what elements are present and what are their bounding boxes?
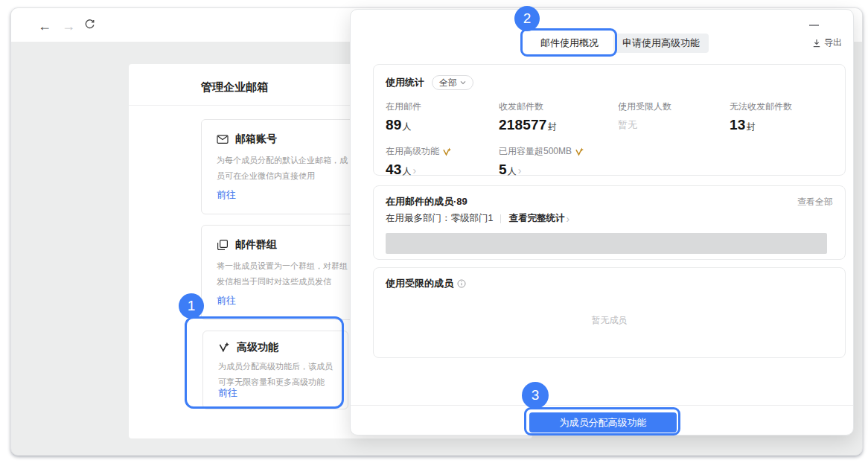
stat-unable-mail-count: 无法收发邮件数 13 封 xyxy=(730,100,833,134)
chevron-down-icon xyxy=(460,80,466,85)
stat-label: 无法收发邮件数 xyxy=(730,100,833,113)
tab-apply-premium[interactable]: 申请使用高级功能 xyxy=(613,34,709,53)
active-members-card: 在用邮件的成员·89 查看全部 在用最多部门： 零级部门1 查看完整统计 › xyxy=(373,185,846,260)
stat-label: 使用受限人数 xyxy=(618,100,730,113)
goto-link-mail-account[interactable]: 前往 xyxy=(217,188,236,202)
vertical-divider xyxy=(500,214,501,223)
back-button[interactable]: ← xyxy=(36,18,53,34)
stat-value: 13 xyxy=(730,116,746,134)
stat-unit: 人 xyxy=(403,165,412,178)
premium-icon xyxy=(442,147,451,156)
card-desc: 为每个成员分配的默认企业邮箱，成员可在企业微信内直接使用 xyxy=(217,153,348,184)
chevron-right-icon: › xyxy=(566,214,569,224)
step-badge-3: 3 xyxy=(522,382,549,409)
stat-value: 暂无 xyxy=(618,116,637,134)
screenshot-stage: ← → 管理企业邮箱 xyxy=(0,0,868,469)
stat-label-text: 在用高级功能 xyxy=(386,145,439,158)
export-label: 导出 xyxy=(824,36,842,49)
mail-icon xyxy=(217,133,229,145)
card-desc: 将一批成员设置为一个群组，对群组发信相当于同时对这些成员发信 xyxy=(217,258,348,290)
export-button[interactable]: 导出 xyxy=(812,36,842,49)
stat-label: 已用容量超500MB xyxy=(499,145,618,158)
annotation-box-step2 xyxy=(520,28,617,57)
stat-label: 收发邮件数 xyxy=(499,100,618,113)
stat-active-mail: 在用邮件 89 人 xyxy=(386,100,499,134)
stat-premium-active: 在用高级功能 43 人 › xyxy=(386,145,499,179)
stats-title: 使用统计 xyxy=(386,76,424,89)
filter-label: 全部 xyxy=(439,77,457,89)
stat-value: 218577 xyxy=(499,116,547,134)
chevron-right-icon: › xyxy=(518,165,522,176)
stat-restricted-count: 使用受限人数 暂无 xyxy=(618,100,730,134)
stat-label-text: 已用容量超500MB xyxy=(499,145,572,158)
premium-icon xyxy=(575,147,584,156)
restricted-members-card: 使用受限的成员 暂无成员 xyxy=(373,267,846,358)
scope-filter-dropdown[interactable]: 全部 xyxy=(432,75,473,90)
empty-members-text: 暂无成员 xyxy=(374,314,845,327)
annotation-box-step3 xyxy=(524,407,680,436)
top-dept-name: 零级部门1 xyxy=(451,212,494,225)
restricted-title: 使用受限的成员 xyxy=(386,277,453,290)
stat-unit: 封 xyxy=(747,121,756,133)
stat-unit: 人 xyxy=(508,165,517,178)
step-badge-1: 1 xyxy=(179,293,204,319)
page-title: 管理企业邮箱 xyxy=(201,80,268,95)
stat-label: 在用高级功能 xyxy=(386,145,499,158)
forward-button[interactable]: → xyxy=(60,18,77,34)
refresh-button[interactable] xyxy=(84,19,100,36)
members-placeholder-bar xyxy=(386,233,827,254)
stat-over-capacity: 已用容量超500MB 5 人 › xyxy=(499,145,618,179)
top-dept-prefix: 在用最多部门： xyxy=(386,212,451,225)
over-capacity-link[interactable]: 5 人 › xyxy=(499,161,618,179)
stat-mail-count: 收发邮件数 218577 封 xyxy=(499,100,618,134)
premium-active-link[interactable]: 43 人 › xyxy=(386,161,499,179)
minimize-button[interactable] xyxy=(809,25,819,26)
feature-card-mail-account: 邮箱账号 为每个成员分配的默认企业邮箱，成员可在企业微信内直接使用 前往 xyxy=(201,119,356,214)
stat-unit: 封 xyxy=(548,121,557,133)
usage-stats-card: 使用统计 全部 在用邮件 89 人 xyxy=(373,64,846,176)
stat-value: 5 xyxy=(499,161,507,179)
stat-value: 89 xyxy=(386,116,402,134)
chevron-right-icon: › xyxy=(413,165,417,176)
card-title: 邮箱账号 xyxy=(235,133,277,146)
card-title: 邮件群组 xyxy=(235,238,277,252)
step-badge-2: 2 xyxy=(514,6,540,31)
mail-usage-modal: 邮件使用概况 申请使用高级功能 导出 使用统计 全部 xyxy=(350,9,854,436)
annotation-box-step1 xyxy=(185,316,344,409)
refresh-icon xyxy=(84,19,100,31)
group-icon xyxy=(217,239,229,251)
full-stats-link[interactable]: 查看完整统计 xyxy=(508,212,564,225)
stat-unit: 人 xyxy=(403,121,412,133)
goto-link-mail-group[interactable]: 前往 xyxy=(217,294,236,307)
members-title: 在用邮件的成员·89 xyxy=(386,195,467,208)
stat-label: 在用邮件 xyxy=(386,100,499,113)
view-all-link[interactable]: 查看全部 xyxy=(797,196,833,208)
footer-divider xyxy=(351,405,853,406)
stat-value: 43 xyxy=(386,161,402,179)
export-icon xyxy=(812,39,821,48)
feature-card-mail-group: 邮件群组 将一批成员设置为一个群组，对群组发信相当于同时对这些成员发信 前往 xyxy=(201,225,356,320)
info-icon[interactable] xyxy=(457,279,466,288)
